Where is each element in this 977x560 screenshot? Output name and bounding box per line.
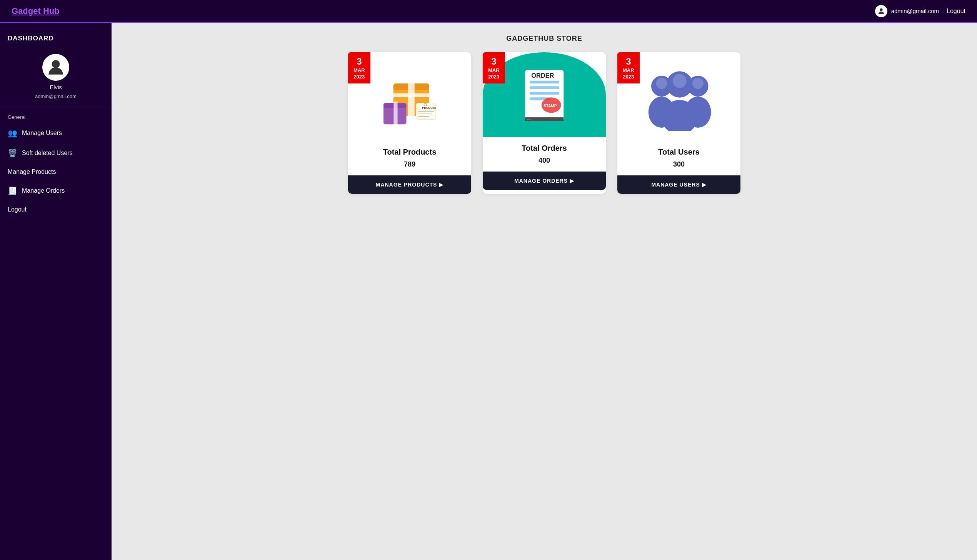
products-date-month: MAR — [353, 67, 365, 74]
svg-point-35 — [692, 78, 704, 89]
manage-users-button[interactable]: MANAGE USERS ▶ — [617, 175, 740, 194]
header: Gadget Hub admin@gmail.com Logout — [0, 0, 977, 23]
products-card: 3 MAR 2023 — [348, 52, 471, 194]
products-card-title: Total Products — [356, 148, 463, 157]
header-right: admin@gmail.com Logout — [875, 5, 965, 17]
cards-row: 3 MAR 2023 — [127, 52, 962, 194]
sidebar-manage-products-label: Manage Products — [8, 168, 56, 175]
svg-rect-19 — [530, 86, 559, 89]
users-date-day: 3 — [623, 55, 634, 67]
header-logout-button[interactable]: Logout — [947, 8, 965, 15]
sidebar-item-manage-products[interactable]: Manage Products — [0, 163, 112, 181]
sidebar-user: Elvis admin@gmail.com — [0, 50, 112, 107]
logo[interactable]: Gadget Hub — [12, 6, 60, 16]
users-date-year: 2023 — [623, 74, 634, 80]
svg-text:PRODUCT: PRODUCT — [422, 106, 437, 110]
soft-deleted-icon: 🗑️ — [8, 148, 17, 158]
layout: DASHBOARD Elvis admin@gmail.com General … — [0, 23, 977, 560]
orders-date-month: MAR — [488, 67, 500, 74]
sidebar-dashboard-label: DASHBOARD — [0, 31, 112, 50]
products-date-badge: 3 MAR 2023 — [348, 52, 370, 83]
sidebar-section-label: General — [0, 111, 112, 123]
sidebar-item-manage-orders[interactable]: 🧾 Manage Orders — [0, 181, 112, 201]
users-card-body: Total Users 300 — [617, 141, 740, 175]
header-user: admin@gmail.com — [875, 5, 939, 17]
svg-text:STAMP: STAMP — [544, 104, 557, 108]
sidebar-useremail: admin@gmail.com — [35, 93, 77, 99]
main-content: GADGETHUB STORE 3 MAR 2023 — [112, 23, 977, 560]
sidebar-manage-users-label: Manage Users — [22, 130, 62, 137]
sidebar-username: Elvis — [50, 84, 62, 90]
orders-card-title: Total Orders — [490, 144, 598, 153]
sidebar-avatar — [42, 54, 69, 81]
orders-card-body: Total Orders 400 — [483, 137, 606, 172]
svg-point-34 — [656, 78, 667, 89]
sidebar-divider — [0, 107, 112, 107]
manage-products-button[interactable]: MANAGE PRODUCTS ▶ — [348, 175, 471, 194]
manage-orders-button[interactable]: MANAGE ORDERS ▶ — [483, 172, 606, 190]
orders-illustration: ORDER STAMP alamy — [506, 58, 583, 131]
users-card: 3 MAR 2023 — [617, 52, 740, 194]
sidebar-item-logout[interactable]: Logout — [0, 201, 112, 218]
sidebar-item-soft-deleted-users[interactable]: 🗑️ Soft deleted Users — [0, 143, 112, 163]
svg-rect-18 — [530, 81, 559, 83]
users-date-month: MAR — [623, 67, 634, 74]
svg-point-0 — [880, 8, 882, 11]
users-date-badge: 3 MAR 2023 — [617, 52, 640, 83]
users-card-title: Total Users — [625, 148, 733, 157]
products-card-body: Total Products 789 — [348, 141, 471, 175]
users-card-count: 300 — [625, 160, 733, 168]
svg-rect-4 — [408, 82, 415, 118]
svg-text:ORDER: ORDER — [531, 72, 554, 79]
sidebar-manage-orders-label: Manage Orders — [22, 187, 65, 194]
svg-rect-20 — [530, 92, 559, 95]
user-avatar-icon — [875, 5, 887, 17]
orders-date-year: 2023 — [488, 74, 500, 80]
products-illustration: PRODUCT — [377, 64, 442, 129]
sidebar-item-manage-users[interactable]: 👥 Manage Users — [0, 123, 112, 143]
svg-point-1 — [52, 60, 60, 68]
store-title: GADGETHUB STORE — [127, 35, 962, 43]
svg-rect-5 — [391, 93, 430, 97]
products-card-count: 789 — [356, 160, 463, 168]
users-illustration — [640, 62, 717, 131]
orders-card: 3 MAR 2023 — [483, 52, 606, 194]
svg-rect-8 — [393, 102, 397, 126]
svg-point-33 — [673, 74, 687, 88]
sidebar-person-icon — [46, 58, 65, 77]
orders-date-day: 3 — [488, 55, 500, 67]
sidebar: DASHBOARD Elvis admin@gmail.com General … — [0, 23, 112, 560]
header-email: admin@gmail.com — [891, 8, 939, 14]
orders-date-badge: 3 MAR 2023 — [483, 52, 505, 83]
orders-card-count: 400 — [490, 157, 598, 165]
manage-orders-icon: 🧾 — [8, 186, 17, 195]
svg-text:alamy: alamy — [527, 118, 533, 120]
sidebar-logout-label: Logout — [8, 206, 27, 213]
sidebar-soft-deleted-label: Soft deleted Users — [22, 150, 73, 157]
manage-users-icon: 👥 — [8, 128, 17, 138]
person-icon — [877, 7, 885, 15]
products-date-day: 3 — [353, 55, 365, 67]
products-date-year: 2023 — [353, 74, 365, 80]
